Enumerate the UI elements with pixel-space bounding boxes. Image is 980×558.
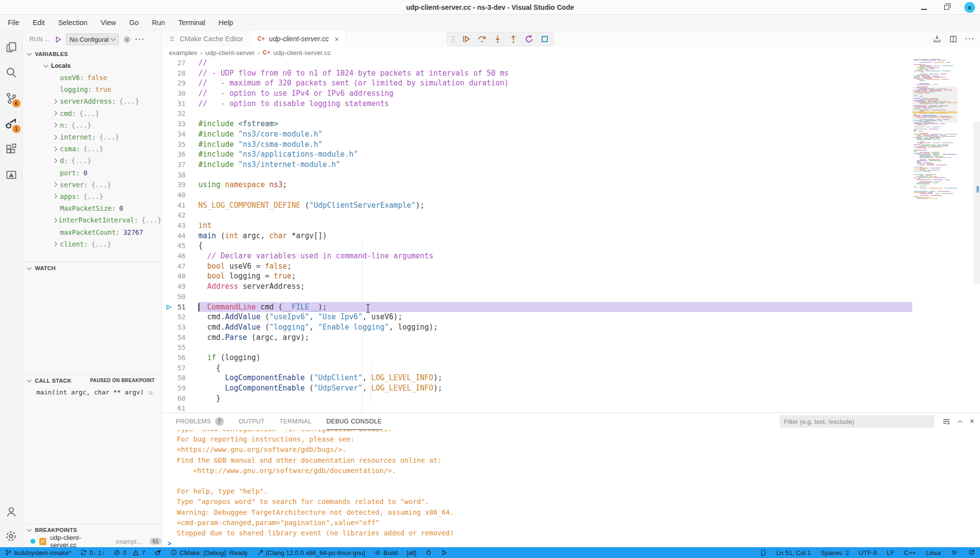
variable-row-client[interactable]: client:{...} (23, 238, 162, 250)
variable-row-useV6[interactable]: useV6:false (23, 72, 162, 84)
code-line-53[interactable]: 53 cmd.AddValue ("logging", "Enable logg… (162, 322, 980, 333)
indentation-item[interactable]: Spaces: 2 (821, 549, 849, 557)
variable-row-apps[interactable]: apps:{...} (23, 191, 162, 202)
code-line-43[interactable]: 43int (162, 221, 980, 231)
step-into-button[interactable] (493, 34, 502, 44)
gear-icon[interactable] (123, 35, 131, 44)
watch-section-header[interactable]: WATCH (23, 262, 162, 274)
variable-row-d[interactable]: d:{...} (23, 155, 162, 167)
variable-row-server[interactable]: server:{...} (23, 179, 162, 191)
chevron-right-icon[interactable] (53, 194, 57, 199)
code-line-50[interactable]: 50 (162, 292, 980, 302)
explorer-icon[interactable] (0, 34, 23, 60)
code-line-60[interactable]: 60 } (162, 393, 980, 404)
panel-tab-problems[interactable]: PROBLEMS7 (176, 413, 224, 430)
code-line-59[interactable]: 59 LogComponentEnable ("UdpServer", LOG_… (162, 383, 980, 393)
menu-item-file[interactable]: File (8, 19, 19, 27)
panel-tab-debug-console[interactable]: DEBUG CONSOLE (327, 413, 382, 430)
code-line-46[interactable]: 46 // Declare variables used in command-… (162, 251, 980, 261)
close-button[interactable]: × (964, 2, 975, 13)
breadcrumb-examples[interactable]: examples (169, 49, 197, 56)
menu-item-run[interactable]: Run (152, 19, 165, 27)
minimize-button[interactable] (919, 2, 929, 12)
variable-row-csma[interactable]: csma:{...} (23, 143, 162, 155)
code-line-47[interactable]: 47 bool useV6 = false; (162, 261, 980, 272)
variable-row-MaxPacketSize[interactable]: MaxPacketSize:0 (23, 202, 162, 214)
restore-button[interactable] (942, 2, 952, 12)
breadcrumb-file[interactable]: udp-client-server.cc (273, 49, 331, 56)
code-line-40[interactable]: 40 (162, 190, 980, 200)
continue-button[interactable] (462, 34, 471, 44)
launch-target-icon[interactable] (441, 549, 448, 556)
step-over-button[interactable] (477, 34, 487, 44)
menu-item-help[interactable]: Help (218, 19, 233, 27)
start-debug-icon[interactable] (54, 36, 62, 43)
maximize-panel-icon[interactable] (957, 420, 962, 425)
debug-repl-row[interactable]: > (162, 539, 980, 548)
code-line-56[interactable]: 56 if (logging) (162, 353, 980, 363)
split-editor-icon[interactable] (949, 35, 957, 43)
code-line-58[interactable]: 58 LogComponentEnable ("UdpClient", LOG_… (162, 373, 980, 383)
variable-row-internet[interactable]: internet:{...} (23, 131, 162, 143)
breakpoint-row[interactable]: ✓ udp-client-server.cc exampl… 51 (23, 535, 162, 547)
settings-gear-icon[interactable] (0, 525, 23, 547)
code-line-34[interactable]: 34#include "ns3/core-module.h" (162, 129, 980, 140)
code-line-36[interactable]: 36#include "ns3/applications-module.h" (162, 149, 980, 160)
restart-button[interactable] (524, 34, 534, 44)
variable-row-port[interactable]: port:0 (23, 167, 162, 179)
chevron-right-icon[interactable] (53, 135, 57, 140)
code-line-33[interactable]: 33#include <fstream> (162, 119, 980, 129)
code-line-51[interactable]: 51 CommandLine cmd (__FILE__); (162, 302, 980, 312)
code-line-37[interactable]: 37#include "ns3/internet-module.h" (162, 160, 980, 170)
code-line-54[interactable]: 54 cmd.Parse (argc, argv); (162, 333, 980, 343)
variables-section-header[interactable]: VARIABLES (23, 48, 162, 60)
code-line-27[interactable]: 27// (162, 58, 980, 68)
code-line-28[interactable]: 28// - UDP flow from n0 to n1 of 1024 by… (162, 68, 980, 79)
minimap[interactable] (912, 58, 957, 199)
code-line-45[interactable]: 45{ (162, 241, 980, 251)
device-icon[interactable] (760, 549, 766, 557)
code-line-52[interactable]: 52 cmd.AddValue ("useIpv6", "Use Ipv6", … (162, 312, 980, 322)
code-line-38[interactable]: 38 (162, 170, 980, 180)
source-control-icon[interactable]: 6 (0, 85, 23, 111)
breakpoint-checkbox[interactable]: ✓ (39, 538, 46, 545)
accounts-icon[interactable] (0, 499, 23, 525)
code-line-57[interactable]: 57 { (162, 363, 980, 373)
chevron-right-icon[interactable] (53, 218, 57, 223)
cmake-status-item[interactable]: CMake: [Debug]: Ready (170, 549, 248, 557)
more-actions-icon[interactable]: ··· (135, 35, 145, 43)
cmake-panel-icon[interactable] (0, 162, 23, 188)
debug-target-icon[interactable] (425, 549, 432, 556)
variable-row-maxPacketCount[interactable]: maxPacketCount:32767 (23, 226, 162, 238)
notifications-bell-icon[interactable] (968, 549, 975, 557)
locals-scope-row[interactable]: Locals (23, 60, 162, 72)
git-sync-item[interactable]: 0↓ 1↑ (80, 549, 105, 557)
menu-item-go[interactable]: Go (129, 19, 138, 27)
eol-item[interactable]: LF (887, 549, 894, 557)
stop-button[interactable] (540, 34, 549, 44)
chevron-right-icon[interactable] (53, 123, 57, 128)
menu-item-view[interactable]: View (101, 19, 116, 27)
code-line-29[interactable]: 29// - maximum of 320 packets sent (or l… (162, 78, 980, 88)
build-target-item[interactable]: [all] (407, 549, 416, 557)
code-line-48[interactable]: 48 bool logging = true; (162, 271, 980, 281)
tab-udp-client-server[interactable]: C+ udp-client-server.cc × (250, 30, 346, 47)
cursor-position-item[interactable]: Ln 51, Col 1 (776, 549, 811, 557)
chevron-right-icon[interactable] (53, 99, 57, 104)
code-line-30[interactable]: 30// - option to use IPv4 or IPv6 addres… (162, 88, 980, 99)
problems-item[interactable]: 0 7 (113, 549, 145, 557)
run-debug-icon[interactable]: 1 (0, 111, 23, 137)
language-mode-item[interactable]: C++ (904, 549, 916, 557)
code-line-55[interactable]: 55 (162, 342, 980, 353)
chevron-right-icon[interactable] (53, 158, 57, 163)
extensions-icon[interactable] (0, 137, 23, 162)
panel-tab-terminal[interactable]: TERMINAL (279, 413, 312, 430)
more-actions-icon[interactable]: ··· (965, 35, 975, 43)
cmake-kit-item[interactable]: [Clang 12.0.0 x86_64-pc-linux-gnu] (257, 549, 365, 557)
code-line-39[interactable]: 39using namespace ns3; (162, 180, 980, 190)
menu-item-terminal[interactable]: Terminal (178, 19, 205, 27)
variable-row-interPacketInterval[interactable]: interPacketInterval:{...} (23, 214, 162, 226)
variable-row-serverAddress[interactable]: serverAddress:{...} (23, 95, 162, 107)
drag-grip-icon[interactable] (451, 35, 455, 43)
clear-console-icon[interactable] (942, 418, 951, 426)
